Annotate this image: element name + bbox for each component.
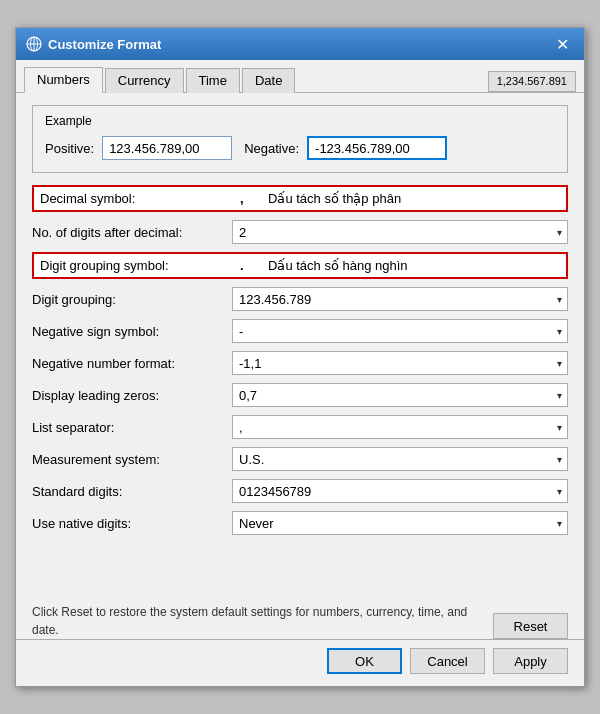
- digit-grouping-symbol-text: Dấu tách số hàng nghìn: [268, 258, 408, 273]
- tab-numbers[interactable]: Numbers: [24, 67, 103, 93]
- negative-value-input[interactable]: [307, 136, 447, 160]
- negative-sign-label: Negative sign symbol:: [32, 324, 232, 339]
- digit-grouping-row: Digit grouping: 123.456.789 1.23.456.789…: [32, 285, 568, 313]
- digit-grouping-label: Digit grouping:: [32, 292, 232, 307]
- leading-zeros-wrapper: 0,7 ,7: [232, 383, 568, 407]
- content-area: Example Positive: Negative: Decimal symb…: [16, 93, 584, 597]
- measurement-system-row: Measurement system: U.S. Metric: [32, 445, 568, 473]
- digits-after-decimal-row: No. of digits after decimal: 2 0 1 3: [32, 218, 568, 246]
- tab-bar: Numbers Currency Time Date 1,234.567.891: [16, 60, 584, 93]
- positive-label: Positive:: [45, 141, 94, 156]
- digits-after-decimal-dropdown[interactable]: 2 0 1 3: [232, 220, 568, 244]
- footer-row: Click Reset to restore the system defaul…: [16, 597, 584, 639]
- native-digits-row: Use native digits: Never Always: [32, 509, 568, 537]
- negative-sign-wrapper: -: [232, 319, 568, 343]
- list-separator-wrapper: , ;: [232, 415, 568, 439]
- negative-label: Negative:: [244, 141, 299, 156]
- list-separator-dropdown[interactable]: , ;: [232, 415, 568, 439]
- decimal-symbol-row: Decimal symbol: , Dấu tách số thập phân: [32, 185, 568, 212]
- settings-section: Decimal symbol: , Dấu tách số thập phân …: [32, 183, 568, 537]
- apply-button[interactable]: Apply: [493, 648, 568, 674]
- digit-grouping-symbol-value: . Dấu tách số hàng nghìn: [240, 258, 560, 273]
- digits-after-decimal-wrapper: 2 0 1 3: [232, 220, 568, 244]
- cancel-button[interactable]: Cancel: [410, 648, 485, 674]
- ok-button[interactable]: OK: [327, 648, 402, 674]
- list-separator-row: List separator: , ;: [32, 413, 568, 441]
- native-digits-label: Use native digits:: [32, 516, 232, 531]
- example-row: Positive: Negative:: [45, 136, 555, 160]
- digit-grouping-wrapper: 123.456.789 1.23.456.789 None: [232, 287, 568, 311]
- digit-grouping-symbol-char: .: [240, 258, 260, 273]
- standard-digits-row: Standard digits: 0123456789: [32, 477, 568, 505]
- title-bar-left: Customize Format: [26, 36, 161, 52]
- standard-digits-wrapper: 0123456789: [232, 479, 568, 503]
- tab-extra: 1,234.567.891: [488, 71, 576, 92]
- positive-value-input[interactable]: [102, 136, 232, 160]
- decimal-symbol-text: Dấu tách số thập phân: [268, 191, 401, 206]
- decimal-symbol-label: Decimal symbol:: [40, 191, 240, 206]
- example-group: Example Positive: Negative:: [32, 105, 568, 173]
- close-button[interactable]: ✕: [550, 32, 574, 56]
- digit-grouping-symbol-label: Digit grouping symbol:: [40, 258, 240, 273]
- digits-after-decimal-label: No. of digits after decimal:: [32, 225, 232, 240]
- button-bar: OK Cancel Apply: [16, 639, 584, 686]
- standard-digits-label: Standard digits:: [32, 484, 232, 499]
- title-bar: Customize Format ✕: [16, 28, 584, 60]
- leading-zeros-label: Display leading zeros:: [32, 388, 232, 403]
- tab-time[interactable]: Time: [186, 68, 240, 93]
- negative-number-label: Negative number format:: [32, 356, 232, 371]
- digit-grouping-dropdown[interactable]: 123.456.789 1.23.456.789 None: [232, 287, 568, 311]
- measurement-system-dropdown[interactable]: U.S. Metric: [232, 447, 568, 471]
- leading-zeros-row: Display leading zeros: 0,7 ,7: [32, 381, 568, 409]
- decimal-symbol-value: , Dấu tách số thập phân: [240, 191, 560, 206]
- negative-example: Negative:: [244, 136, 447, 160]
- tab-currency[interactable]: Currency: [105, 68, 184, 93]
- negative-number-row: Negative number format: -1,1 - 1,1 (1,1): [32, 349, 568, 377]
- customize-format-dialog: Customize Format ✕ Numbers Currency Time…: [15, 27, 585, 687]
- example-group-label: Example: [45, 114, 555, 128]
- native-digits-wrapper: Never Always: [232, 511, 568, 535]
- list-separator-label: List separator:: [32, 420, 232, 435]
- measurement-system-label: Measurement system:: [32, 452, 232, 467]
- reset-note: Click Reset to restore the system defaul…: [32, 603, 481, 639]
- measurement-system-wrapper: U.S. Metric: [232, 447, 568, 471]
- standard-digits-dropdown[interactable]: 0123456789: [232, 479, 568, 503]
- reset-button[interactable]: Reset: [493, 613, 568, 639]
- decimal-symbol-char: ,: [240, 191, 260, 206]
- leading-zeros-dropdown[interactable]: 0,7 ,7: [232, 383, 568, 407]
- negative-number-dropdown[interactable]: -1,1 - 1,1 (1,1): [232, 351, 568, 375]
- negative-number-wrapper: -1,1 - 1,1 (1,1): [232, 351, 568, 375]
- negative-sign-dropdown[interactable]: -: [232, 319, 568, 343]
- native-digits-dropdown[interactable]: Never Always: [232, 511, 568, 535]
- globe-icon: [26, 36, 42, 52]
- tab-date[interactable]: Date: [242, 68, 295, 93]
- positive-example: Positive:: [45, 136, 232, 160]
- negative-sign-row: Negative sign symbol: -: [32, 317, 568, 345]
- dialog-title: Customize Format: [48, 37, 161, 52]
- digit-grouping-symbol-row: Digit grouping symbol: . Dấu tách số hàn…: [32, 252, 568, 279]
